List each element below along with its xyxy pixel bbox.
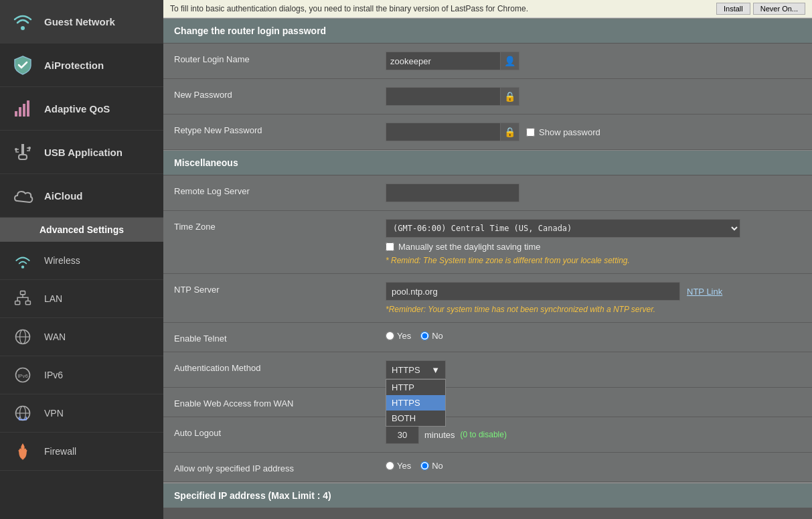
auto-logout-input[interactable] xyxy=(386,425,419,444)
miscellaneous-form: Remote Log Server Time Zone (GMT-12:00) … xyxy=(163,175,812,482)
sidebar-item-label-firewall: Firewall xyxy=(44,446,76,457)
sidebar-item-lan[interactable]: LAN xyxy=(0,280,163,318)
router-login-name-label: Router Login Name xyxy=(174,52,375,64)
top-bar-buttons: Install Never On... xyxy=(716,3,805,15)
router-login-name-control: 👤 xyxy=(386,52,801,70)
install-button[interactable]: Install xyxy=(716,3,750,15)
sidebar-item-ai-protection[interactable]: AiProtection xyxy=(0,44,163,87)
sidebar-item-aicloud[interactable]: AiCloud xyxy=(0,174,163,218)
remote-log-server-input[interactable] xyxy=(386,183,519,202)
svg-rect-11 xyxy=(25,301,30,305)
remote-log-server-row: Remote Log Server xyxy=(163,175,812,211)
enable-telnet-no-radio[interactable] xyxy=(420,331,429,340)
ntp-remind-text: *Reminder: Your system time has not been… xyxy=(386,305,801,314)
enable-telnet-yes-label[interactable]: Yes xyxy=(386,331,411,341)
wan-icon xyxy=(11,325,35,349)
ipv6-icon: IPv6 xyxy=(11,363,35,387)
svg-rect-1 xyxy=(15,111,17,117)
sidebar-item-wan[interactable]: WAN xyxy=(0,318,163,356)
lan-icon xyxy=(11,287,35,311)
auth-select-display[interactable]: HTTPS ▼ xyxy=(386,360,446,379)
router-login-name-row: Router Login Name 👤 xyxy=(163,44,812,79)
ntp-server-label: NTP Server xyxy=(174,282,375,295)
sidebar-item-label-aicloud: AiCloud xyxy=(44,190,83,202)
auto-logout-control: minutes (0 to disable) xyxy=(386,425,801,444)
retype-password-icon: 🔒 xyxy=(500,123,519,141)
new-password-row: New Password 🔒 xyxy=(163,79,812,115)
miscellaneous-section-header: Miscellaneous xyxy=(163,150,812,175)
never-on-button[interactable]: Never On... xyxy=(753,3,805,15)
auto-logout-minutes-text: minutes xyxy=(424,430,455,440)
sidebar-item-adaptive-qos[interactable]: Adaptive QoS xyxy=(0,87,163,131)
svg-point-7 xyxy=(28,147,31,149)
advanced-settings-header: Advanced Settings xyxy=(0,218,163,242)
retype-password-input-wrapper: 🔒 xyxy=(386,123,519,141)
allow-specified-ip-no-label[interactable]: No xyxy=(420,461,443,471)
show-password-checkbox[interactable] xyxy=(526,128,535,137)
time-zone-select[interactable]: (GMT-12:00) International Date Line West… xyxy=(386,219,740,238)
auth-option-both[interactable]: BOTH xyxy=(386,411,445,426)
show-password-row: Show password xyxy=(526,127,600,137)
qos-icon xyxy=(11,96,35,121)
enable-web-access-label: Enable Web Access from WAN xyxy=(174,396,375,409)
manually-dst-checkbox[interactable] xyxy=(386,242,394,251)
sidebar-item-label-adaptive-qos: Adaptive QoS xyxy=(44,103,110,115)
auth-method-control: HTTPS ▼ HTTP HTTPS BOTH xyxy=(386,360,801,379)
enable-telnet-radio-group: Yes No xyxy=(386,331,801,341)
router-login-name-input[interactable] xyxy=(386,52,500,70)
enable-telnet-control: Yes No xyxy=(386,331,801,341)
sidebar-item-label-lan: LAN xyxy=(44,293,62,304)
allow-specified-ip-yes-radio[interactable] xyxy=(386,461,394,470)
ntp-server-input[interactable] xyxy=(386,282,680,301)
auto-logout-row: Auto Logout minutes (0 to disable) xyxy=(163,417,812,453)
manually-dst-row: Manually set the daylight saving time xyxy=(386,242,801,252)
timezone-remind-text: * Remind: The System time zone is differ… xyxy=(386,256,801,265)
top-bar: To fill into basic authentication dialog… xyxy=(163,0,812,18)
usb-icon xyxy=(11,140,35,164)
auth-method-row: Authentication Method HTTPS ▼ HTTP HTTPS… xyxy=(163,352,812,388)
allow-specified-ip-no-text: No xyxy=(432,461,443,471)
new-password-input-wrapper: 🔒 xyxy=(386,87,519,106)
allow-specified-ip-radio-group: Yes No xyxy=(386,461,801,471)
svg-rect-5 xyxy=(19,155,27,159)
auth-option-http[interactable]: HTTP xyxy=(386,380,445,395)
sidebar-item-ipv6[interactable]: IPv6 IPv6 xyxy=(0,356,163,394)
sidebar-item-firewall[interactable]: Firewall xyxy=(0,433,163,471)
new-password-input[interactable] xyxy=(386,88,500,105)
sidebar-item-vpn[interactable]: VPN xyxy=(0,394,163,433)
enable-web-access-row: Enable Web Access from WAN No xyxy=(163,388,812,417)
sidebar-item-label-wireless: Wireless xyxy=(44,255,80,266)
top-bar-text: To fill into basic authentication dialog… xyxy=(170,4,528,13)
change-password-section-header: Change the router login password xyxy=(163,18,812,44)
auto-logout-hint: (0 to disable) xyxy=(461,430,507,439)
enable-telnet-no-label[interactable]: No xyxy=(420,331,443,341)
ntp-server-row: NTP Server NTP Link *Reminder: Your syst… xyxy=(163,274,812,323)
shield-icon xyxy=(11,53,35,77)
vpn-icon xyxy=(11,401,35,425)
wireless-icon xyxy=(11,248,35,273)
allow-specified-ip-no-radio[interactable] xyxy=(420,461,429,470)
sidebar-item-wireless[interactable]: Wireless xyxy=(0,242,163,280)
auth-option-https[interactable]: HTTPS xyxy=(386,395,445,411)
allow-specified-ip-yes-text: Yes xyxy=(397,461,411,471)
allow-specified-ip-row: Allow only specified IP address Yes No xyxy=(163,453,812,482)
cloud-icon xyxy=(11,183,35,208)
auth-chevron-down-icon: ▼ xyxy=(431,365,440,375)
remote-log-server-control xyxy=(386,183,801,202)
ntp-link[interactable]: NTP Link xyxy=(687,287,722,297)
firewall-icon xyxy=(11,439,35,463)
enable-telnet-yes-radio[interactable] xyxy=(386,331,394,340)
enable-web-access-control: No xyxy=(386,396,801,409)
retype-password-inner-row: 🔒 Show password xyxy=(386,123,801,141)
time-zone-control: (GMT-12:00) International Date Line West… xyxy=(386,219,801,265)
sidebar-item-label-vpn: VPN xyxy=(44,408,64,419)
enable-telnet-row: Enable Telnet Yes No xyxy=(163,323,812,352)
sidebar-item-usb-application[interactable]: USB Application xyxy=(0,131,163,174)
sidebar-item-guest-network[interactable]: Guest Network xyxy=(0,0,163,44)
allow-specified-ip-yes-label[interactable]: Yes xyxy=(386,461,411,471)
svg-rect-4 xyxy=(27,100,29,117)
show-password-label: Show password xyxy=(539,127,600,137)
retype-password-input[interactable] xyxy=(386,123,500,141)
auto-logout-label: Auto Logout xyxy=(174,425,375,438)
svg-rect-10 xyxy=(15,301,20,305)
